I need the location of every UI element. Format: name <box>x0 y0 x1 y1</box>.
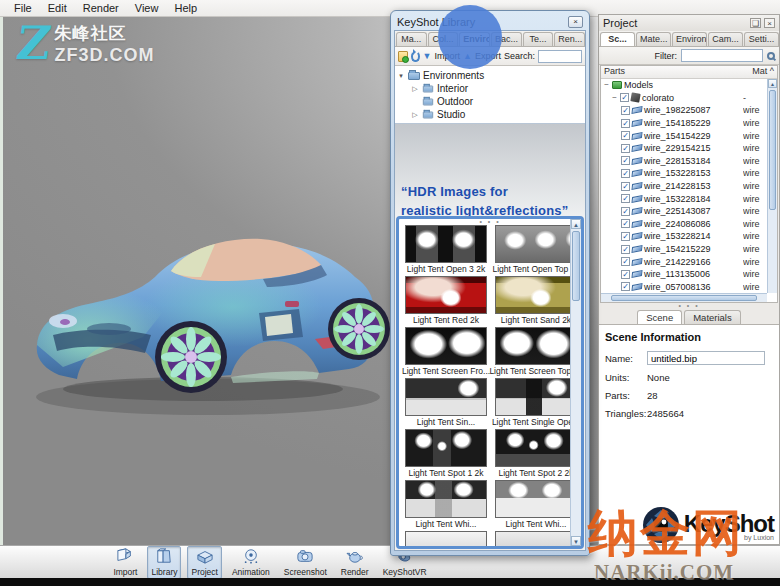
mat-column-header[interactable]: Mat ^ <box>752 66 774 78</box>
splitter-dots[interactable]: • • • <box>399 219 581 225</box>
parts-horizontal-scrollbar[interactable] <box>601 293 767 302</box>
tree-root-environments[interactable]: ▾ Environments <box>397 69 583 82</box>
tree-row-model[interactable]: − ✓ colorato - <box>601 92 777 105</box>
parts-vertical-scrollbar[interactable]: ▲ <box>767 79 777 293</box>
hdr-thumbnail-image[interactable] <box>495 429 577 467</box>
scrollbar-thumb[interactable] <box>769 90 776 210</box>
part-checkbox[interactable]: ✓ <box>621 245 630 254</box>
hdr-thumbnail[interactable]: Light Tent Red 2k <box>403 276 489 327</box>
part-row[interactable]: ✓wire_229154215wire <box>601 142 777 155</box>
library-tab-5[interactable]: Ren... <box>554 32 585 46</box>
part-row[interactable]: ✓wire_153228153wire <box>601 167 777 180</box>
project-button[interactable]: Project <box>187 546 221 579</box>
scrollbar-thumb[interactable] <box>611 295 757 301</box>
hdr-thumbnail-image[interactable] <box>495 480 577 518</box>
tab-scene[interactable]: Scene <box>637 310 682 324</box>
panel-splitter[interactable]: • • • <box>599 303 779 310</box>
menu-item-file[interactable]: File <box>6 1 40 15</box>
hdr-thumbnail-image[interactable] <box>405 429 487 467</box>
tab-materials[interactable]: Materials <box>684 310 741 324</box>
hdr-thumbnail[interactable]: Light Tent Single Ope... <box>493 378 579 429</box>
hdr-thumbnail-image[interactable] <box>405 327 487 365</box>
part-checkbox[interactable]: ✓ <box>621 156 630 165</box>
collapse-icon[interactable]: − <box>611 94 618 102</box>
project-float-button[interactable]: ❏ <box>750 18 761 28</box>
part-row[interactable]: ✓wire_113135006wire <box>601 268 777 281</box>
scroll-up-icon[interactable]: ▲ <box>571 219 581 229</box>
library-close-button[interactable]: × <box>568 16 583 28</box>
import-button[interactable]: Import <box>109 546 141 579</box>
part-row[interactable]: ✓wire_228153184wire <box>601 155 777 168</box>
project-tab-1[interactable]: Mate... <box>636 32 671 46</box>
part-checkbox[interactable]: ✓ <box>621 257 630 266</box>
hdr-thumbnail[interactable]: Light Tent Sin... <box>403 378 489 429</box>
part-checkbox[interactable]: ✓ <box>621 219 630 228</box>
hdr-thumbnail[interactable]: Light Tent Whi... <box>493 480 579 531</box>
menu-item-render[interactable]: Render <box>75 1 127 15</box>
part-checkbox[interactable]: ✓ <box>621 131 630 140</box>
part-checkbox[interactable]: ✓ <box>621 169 630 178</box>
filter-input[interactable] <box>681 49 763 62</box>
project-close-button[interactable]: × <box>764 18 775 28</box>
hdr-thumbnail-image[interactable] <box>405 378 487 416</box>
hdr-thumbnail-image[interactable] <box>495 378 577 416</box>
thumbnails-scrollbar[interactable]: ▲ ▼ <box>570 219 581 546</box>
animation-button[interactable]: Animation <box>228 546 274 579</box>
library-search-input[interactable] <box>538 50 582 63</box>
part-row[interactable]: ✓wire_225143087wire <box>601 205 777 218</box>
hdr-thumbnail[interactable]: Light Tent Spot 2 2k <box>493 429 579 480</box>
part-checkbox[interactable]: ✓ <box>621 144 630 153</box>
tree-item-outdoor[interactable]: Outdoor <box>397 95 583 108</box>
expander-icon[interactable]: ▷ <box>411 111 419 119</box>
hdr-thumbnail[interactable]: Light Tent Screen Top 2k <box>493 327 579 378</box>
collapse-icon[interactable]: − <box>603 81 610 89</box>
part-checkbox[interactable]: ✓ <box>621 282 630 291</box>
model-checkbox[interactable]: ✓ <box>620 93 629 102</box>
tree-item-interior[interactable]: ▷Interior <box>397 82 583 95</box>
part-row[interactable]: ✓wire_154215229wire <box>601 243 777 256</box>
part-checkbox[interactable]: ✓ <box>621 207 630 216</box>
part-row[interactable]: ✓wire_214229166wire <box>601 255 777 268</box>
hdr-thumbnail-image[interactable] <box>495 327 577 365</box>
part-row[interactable]: ✓wire_198225087wire <box>601 104 777 117</box>
expander-icon[interactable]: ▾ <box>397 72 405 80</box>
menu-item-help[interactable]: Help <box>166 1 205 15</box>
scroll-up-icon[interactable]: ▲ <box>768 79 777 88</box>
hdr-thumbnail-image[interactable] <box>405 480 487 518</box>
scroll-down-icon[interactable]: ▼ <box>571 536 581 546</box>
tree-row-models[interactable]: − Models <box>601 79 777 92</box>
hdr-thumbnail-image[interactable] <box>405 531 487 549</box>
hdr-thumbnail[interactable] <box>403 531 489 549</box>
project-tab-3[interactable]: Cam... <box>708 32 743 46</box>
hdr-thumbnail[interactable]: Light Tent Open 3 2k <box>403 225 489 276</box>
render-button[interactable]: Render <box>337 546 373 579</box>
hdr-thumbnail-image[interactable] <box>495 225 577 263</box>
part-checkbox[interactable]: ✓ <box>621 119 630 128</box>
part-row[interactable]: ✓wire_153228214wire <box>601 230 777 243</box>
parts-column-header[interactable]: Parts <box>604 66 752 78</box>
hdr-thumbnail[interactable]: Light Tent Screen Fro... <box>403 327 489 378</box>
hdr-thumbnail-image[interactable] <box>405 276 487 314</box>
scrollbar-thumb[interactable] <box>572 231 580 301</box>
hdr-thumbnail-image[interactable] <box>405 225 487 263</box>
part-checkbox[interactable]: ✓ <box>621 182 630 191</box>
part-row[interactable]: ✓wire_224086086wire <box>601 218 777 231</box>
part-row[interactable]: ✓wire_153228184wire <box>601 192 777 205</box>
library-button[interactable]: Library <box>147 546 181 579</box>
project-tab-2[interactable]: Environm... <box>672 32 707 46</box>
menu-item-edit[interactable]: Edit <box>40 1 75 15</box>
refresh-icon[interactable] <box>411 51 420 62</box>
menu-item-view[interactable]: View <box>127 1 167 15</box>
hdr-thumbnail[interactable] <box>493 531 579 549</box>
expander-icon[interactable]: ▷ <box>411 85 419 93</box>
library-tab-0[interactable]: Ma... <box>396 32 427 46</box>
part-checkbox[interactable]: ✓ <box>621 232 630 241</box>
project-tab-0[interactable]: Sc... <box>600 32 635 46</box>
hdr-thumbnail[interactable]: Light Tent Whi... <box>403 480 489 531</box>
part-checkbox[interactable]: ✓ <box>621 106 630 115</box>
scene-name-input[interactable] <box>647 351 765 365</box>
hdr-thumbnail-image[interactable] <box>495 531 577 549</box>
part-row[interactable]: ✓wire_154185229wire <box>601 117 777 130</box>
search-icon[interactable] <box>767 52 775 60</box>
part-checkbox[interactable]: ✓ <box>621 194 630 203</box>
